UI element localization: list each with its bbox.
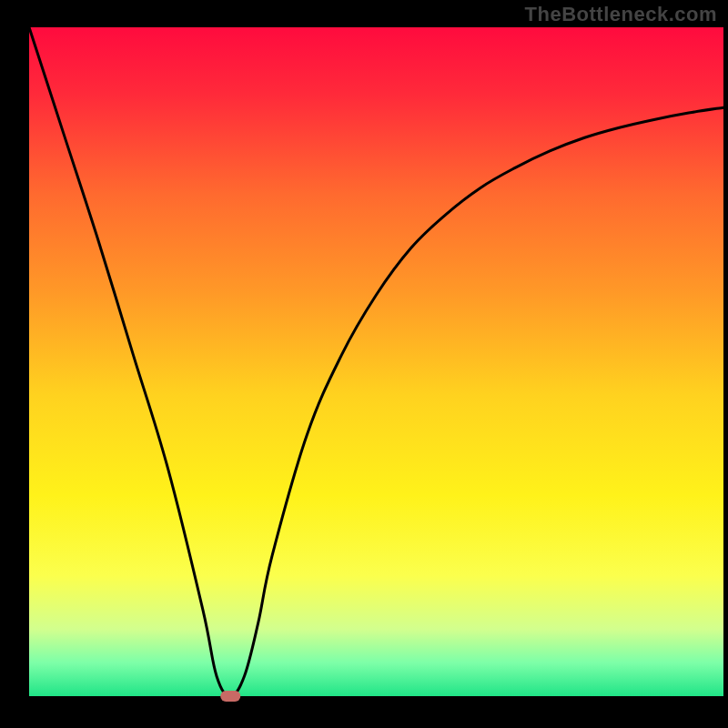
watermark-text: TheBottleneck.com	[525, 3, 717, 26]
minimum-marker	[220, 691, 240, 702]
bottleneck-chart	[0, 0, 728, 728]
chart-frame: TheBottleneck.com	[0, 0, 728, 728]
